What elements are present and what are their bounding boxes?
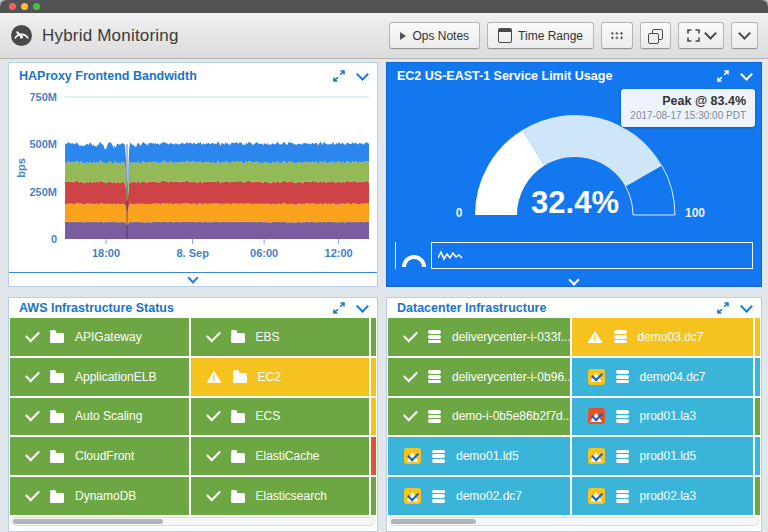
panel-collapse-chevron-icon[interactable] [568, 274, 579, 285]
tile-label: CloudFront [75, 449, 134, 463]
tile-label: ElastiCache [256, 449, 320, 463]
window-titlebar [0, 0, 768, 13]
check-icon [403, 327, 418, 342]
warning-triangle-icon: ! [207, 371, 222, 383]
status-tile[interactable]: ElastiCache [191, 437, 370, 475]
layers-button[interactable] [640, 22, 671, 49]
status-tile[interactable]: demo04.dc7 [572, 358, 754, 396]
check-icon [206, 487, 221, 502]
folder-icon [50, 373, 64, 383]
time-range-button[interactable]: Time Range [487, 22, 594, 49]
panel-ec2-service-limit: EC2 US-EAST-1 Service Limit Usage 010032… [386, 62, 762, 287]
status-tile[interactable]: APIGateway [10, 318, 189, 356]
peak-tooltip: Peak @ 83.4% 2017-08-17 15:30:00 PDT [621, 89, 755, 127]
status-tile[interactable]: CloudFront [10, 437, 189, 475]
svg-text:750M: 750M [29, 91, 57, 103]
status-tile[interactable]: deliverycenter-i-033f... [388, 318, 570, 356]
fullscreen-menu-button[interactable] [678, 22, 724, 49]
tile-label: EBS [256, 330, 280, 344]
collapse-panel-icon[interactable] [356, 68, 369, 81]
collapse-panel-icon[interactable] [356, 300, 369, 313]
folder-icon [50, 413, 64, 423]
check-icon [25, 487, 40, 502]
acknowledged-critical-icon [588, 408, 605, 424]
minimize-button[interactable] [21, 3, 28, 10]
status-tile[interactable]: !EC2 [191, 358, 370, 396]
status-tile[interactable]: prod01.la3 [572, 398, 754, 436]
check-icon [403, 367, 418, 382]
acknowledged-warning-icon [404, 448, 421, 464]
expand-panel-icon[interactable] [333, 302, 345, 314]
tile-label: demo04.dc7 [640, 370, 706, 384]
status-tile[interactable]: ECS [191, 398, 370, 436]
status-tile[interactable]: Auto Scaling [10, 398, 189, 436]
next-column-sliver [371, 477, 376, 515]
status-tile[interactable]: ApplicationELB [10, 358, 189, 396]
status-tile[interactable]: demo01.ld5 [388, 437, 570, 475]
panel-haproxy-bandwidth: HAProxy Frontend Bandwidth 0250M500M750M… [8, 62, 378, 287]
expand-panel-icon[interactable] [717, 302, 729, 314]
zoom-button[interactable] [33, 3, 40, 10]
panel-collapse-chevron-icon[interactable] [187, 272, 198, 283]
tile-label: ECS [256, 409, 281, 423]
server-icon [616, 450, 629, 463]
status-tile[interactable]: prod02.la3 [572, 477, 754, 515]
tile-label: deliverycenter-i-033f... [452, 330, 570, 344]
peak-timestamp: 2017-08-17 15:30:00 PDT [630, 110, 746, 121]
check-icon [403, 407, 418, 422]
dashboard-grid-button[interactable] [601, 22, 633, 49]
calendar-icon [498, 28, 512, 43]
panel-datacenter-infrastructure: Datacenter Infrastructure deliverycenter… [386, 297, 762, 532]
datacenter-status-tile-grid: deliverycenter-i-033f...!demo03.dc7deliv… [388, 318, 760, 515]
status-tile[interactable]: Elasticsearch [191, 477, 370, 515]
check-icon [206, 407, 221, 422]
status-tile[interactable]: prod01.ld5 [572, 437, 754, 475]
next-column-sliver [755, 318, 760, 356]
svg-text:12:00: 12:00 [325, 247, 353, 259]
acknowledged-warning-icon [588, 488, 605, 504]
play-icon [400, 32, 406, 40]
collapse-toolbar-button[interactable] [731, 22, 758, 49]
next-column-sliver [371, 398, 376, 436]
collapse-panel-icon[interactable] [740, 300, 753, 313]
tile-label: prod01.la3 [640, 409, 697, 423]
folder-icon [231, 493, 245, 503]
status-tile[interactable]: DynamoDB [10, 477, 189, 515]
check-icon [25, 367, 40, 382]
horizontal-scrollbar[interactable] [11, 517, 375, 526]
close-button[interactable] [9, 3, 16, 10]
warning-triangle-icon: ! [588, 331, 603, 343]
check-icon [25, 407, 40, 422]
status-tile[interactable]: demo-i-0b5e86b2f7d... [388, 398, 570, 436]
tile-label: demo01.ld5 [456, 449, 519, 463]
acknowledged-warning-icon [588, 448, 605, 464]
tile-label: deliverycenter-i-0b96... [452, 370, 570, 384]
server-icon [616, 410, 629, 423]
svg-text:0: 0 [456, 206, 463, 220]
expand-panel-icon[interactable] [333, 70, 345, 82]
status-tile[interactable]: demo02.dc7 [388, 477, 570, 515]
svg-text:0: 0 [51, 233, 57, 245]
server-icon [428, 410, 441, 423]
folder-icon [231, 333, 245, 343]
history-navigator-strip[interactable] [431, 242, 753, 269]
ops-notes-button[interactable]: Ops Notes [389, 22, 480, 49]
panel-footer [387, 275, 761, 284]
panel-title: AWS Infrastructure Status [19, 301, 174, 315]
panel-footer [9, 272, 377, 286]
panel-header: AWS Infrastructure Status [9, 298, 377, 317]
next-column-sliver [755, 358, 760, 396]
check-icon [206, 327, 221, 342]
scrollbar-thumb[interactable] [13, 519, 163, 524]
tile-label: prod01.ld5 [640, 449, 697, 463]
server-icon [432, 450, 445, 463]
tile-label: Elasticsearch [256, 489, 327, 503]
svg-text:32.4%: 32.4% [531, 185, 619, 220]
horizontal-scrollbar[interactable] [389, 517, 759, 526]
status-tile[interactable]: deliverycenter-i-0b96... [388, 358, 570, 396]
status-tile[interactable]: !demo03.dc7 [572, 318, 754, 356]
scrollbar-thumb[interactable] [391, 519, 476, 524]
server-icon [616, 370, 629, 383]
status-tile[interactable]: EBS [191, 318, 370, 356]
server-icon [616, 490, 629, 503]
